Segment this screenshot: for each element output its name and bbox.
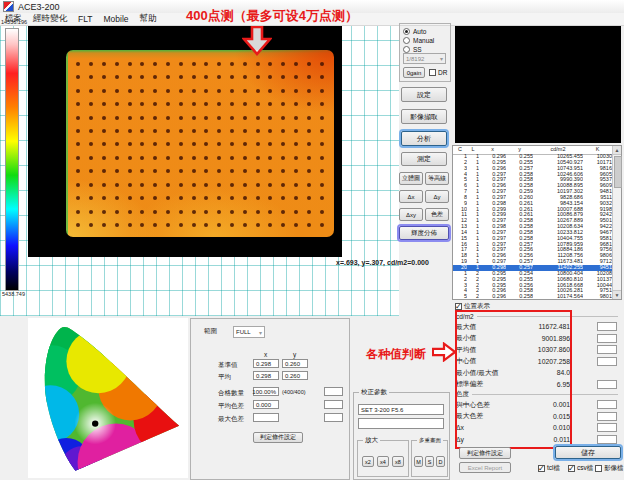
analyze-button[interactable]: 分析 [401,131,447,146]
measure-point [281,129,285,133]
csv-file-checkbox[interactable]: csv檔 [568,464,593,473]
position-display-checkbox[interactable]: 位置表示 [455,302,490,311]
table-cell: 10174.564 [533,294,583,299]
judge-condition-button[interactable]: 判定條件設定 [459,447,511,459]
excel-report-button[interactable]: Excel Report [459,462,511,473]
measure-point [256,89,260,93]
range-select[interactable]: FULL ▾ [233,326,265,338]
measure-point [230,210,234,214]
table-row[interactable]: 520.2960.25810174.5649801 [453,294,612,299]
radio-ss[interactable]: SS [403,45,450,53]
color-diff-button[interactable]: 色差 [425,208,449,221]
menu-item-5[interactable]: 幫助 [140,13,157,25]
settings-button[interactable]: 設定 [401,87,447,102]
image-file-checkbox[interactable]: 影像檔 [595,464,624,473]
average-x-field[interactable]: 0.298 [253,371,279,380]
table-scrollbar[interactable]: ▲ ▼ [612,146,621,299]
pass-percent-field[interactable]: 100.00% [253,387,279,396]
reference-x-field[interactable]: 0.298 [253,359,279,368]
measure-point [128,75,132,79]
multi-screen-D-button[interactable]: D [436,456,445,467]
measure-point [192,75,196,79]
measure-point [217,142,221,146]
menu-item-3[interactable]: FLT [78,14,92,24]
checkbox-icon [455,303,462,310]
measure-point [128,156,132,160]
measure-point [217,210,221,214]
measure-point [89,129,93,133]
measure-point [128,89,132,93]
delta-y-button[interactable]: Δy [425,190,449,203]
measure-point [115,183,119,187]
range-judge-condition-button[interactable]: 判定條件設定 [253,432,303,443]
zero-gain-button[interactable]: 0gain [403,67,425,78]
average-y-field[interactable]: 0.260 [282,371,308,380]
measure-point [89,196,93,200]
measure-point [166,183,170,187]
measurement-view[interactable] [28,26,342,257]
radio-auto[interactable]: Auto [403,27,450,35]
measure-point [76,75,80,79]
max-colordiff-field[interactable] [253,413,279,422]
reference-y-field[interactable]: 0.260 [282,359,308,368]
dr-checkbox[interactable]: DR [429,69,447,76]
range-panel: 範圍 FULL ▾ x y 基準值 0.298 0.260 平均 0.298 0… [190,318,350,480]
measure-point [166,62,170,66]
menu-item-2[interactable]: 經時變化 [33,13,67,25]
calibration-title: 校正參數 [359,388,389,396]
measure-point [320,169,324,173]
measure-point [76,156,80,160]
measure-point [76,169,80,173]
zoom-x2-button[interactable]: x2 [362,456,374,467]
radio-manual-label: Manual [413,37,434,44]
calibration-preset-field[interactable]: SET 3-200 F5.6 [358,404,444,415]
exposure-value: 1/8192 [406,56,424,62]
stat-value: 0.010 [518,424,570,431]
scrollbar-thumb[interactable] [614,156,622,188]
table-column-header: x [479,147,506,153]
measure-point [204,129,208,133]
zoom-x4-button[interactable]: x4 [377,456,389,467]
scroll-up-icon[interactable]: ▲ [613,146,621,155]
measure-point [294,196,298,200]
measure-point [307,116,311,120]
stat-label: 中心值 [456,356,518,366]
stereo-view-button[interactable]: 立體圖 [399,172,423,185]
measure-point [243,62,247,66]
delta-xy-button[interactable]: Δxy [399,208,423,221]
stat-value: 0.015 [518,413,570,420]
multi-screen-S-button[interactable]: S [425,456,434,467]
measure-point [204,183,208,187]
column-x-label: x [264,351,267,358]
measure-point [128,169,132,173]
delta-x-button[interactable]: Δx [399,190,423,203]
measure-button[interactable]: 測定 [401,152,447,166]
scroll-down-icon[interactable]: ▼ [613,290,621,299]
stat-label: 最小值/最大值 [456,368,518,378]
zoom-x8-button[interactable]: x8 [392,456,404,467]
measure-point [192,116,196,120]
save-button[interactable]: 儲存 [555,446,621,459]
measure-point [102,89,106,93]
avg-colordiff-field[interactable]: 0.000 [253,400,279,409]
tcl-file-checkbox[interactable]: tcl檔 [538,464,560,473]
menu-item-4[interactable]: Mobile [103,14,128,24]
cie-chromaticity-diagram[interactable] [28,318,188,478]
measure-point [115,89,119,93]
measure-point [217,169,221,173]
multi-screen-label: 多重畫面 [417,436,443,444]
measure-point [230,183,234,187]
measure-point [268,156,272,160]
contour-button[interactable]: 等高線 [425,172,449,185]
image-capture-button[interactable]: 影像擷取 [401,109,447,124]
radio-manual[interactable]: Manual [403,36,450,44]
measure-point [320,142,324,146]
multi-screen-M-button[interactable]: M [414,456,423,467]
measure-point [268,142,272,146]
measure-point [179,196,183,200]
chevron-down-icon: ▾ [440,55,443,62]
white-point-marker [92,420,98,426]
calibration-extra-field[interactable] [358,418,444,429]
luminance-dist-button[interactable]: 輝度分佈 [399,226,449,240]
exposure-select[interactable]: 1/8192 ▾ [403,53,446,64]
